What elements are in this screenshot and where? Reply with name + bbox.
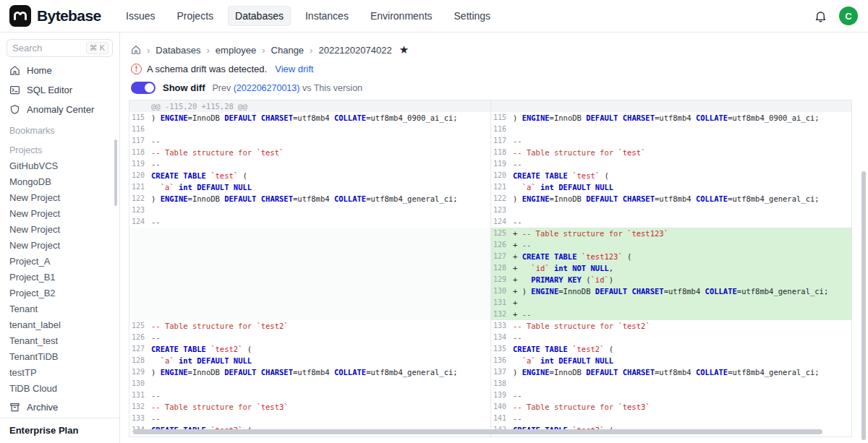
project-item[interactable]: Project_B1 <box>0 270 119 285</box>
diff-context-row: 118-- Table structure for `test` <box>129 147 490 158</box>
project-item[interactable]: TiDB Cloud <box>0 381 119 397</box>
diff-hunk-row <box>491 100 851 112</box>
breadcrumb-home-icon[interactable] <box>131 45 141 55</box>
diff-added-row: 125+ -- Table structure for `test123` <box>491 228 851 239</box>
schema-drift-alert: ! A schema drift was detected. View drif… <box>121 56 868 74</box>
avatar[interactable]: C <box>839 7 858 25</box>
error-icon: ! <box>131 64 142 74</box>
diff-context-row: 121 `a` int DEFAULT NULL <box>129 181 490 193</box>
sidebar-item-archive[interactable]: Archive <box>0 397 119 418</box>
search-box: ⌘ K <box>7 39 113 57</box>
project-item[interactable]: Project_A <box>0 254 119 270</box>
navbar-items: IssuesProjectsDatabasesInstancesEnvironm… <box>119 6 498 26</box>
prev-version-link[interactable]: (202206270013) <box>234 83 300 93</box>
project-item[interactable]: tenant_label <box>0 317 119 333</box>
brand[interactable]: Bytebase <box>0 5 111 27</box>
diff-pane-current: 115) ENGINE=InnoDB DEFAULT CHARSET=utf8m… <box>490 100 851 436</box>
diff-empty-row <box>129 309 490 320</box>
archive-icon <box>9 402 20 413</box>
project-item[interactable]: MongoDB <box>0 174 119 190</box>
diff-context-row: 119-- <box>129 158 490 170</box>
top-navbar: Bytebase IssuesProjectsDatabasesInstance… <box>0 0 868 33</box>
chevron-separator: › <box>262 45 265 56</box>
bell-icon[interactable] <box>814 9 827 23</box>
search-input[interactable] <box>12 43 83 53</box>
project-item[interactable]: GitHubVCS <box>0 158 119 174</box>
diff-context-row: 117-- <box>491 135 851 147</box>
diff-context-row: 135CREATE TABLE `test2` ( <box>491 343 851 355</box>
nav-item-projects[interactable]: Projects <box>169 6 221 26</box>
compare-suffix: vs This version <box>299 83 362 93</box>
bookmark-star-icon[interactable]: ★ <box>399 43 409 56</box>
page-scrollbar[interactable] <box>861 171 866 440</box>
sidebar-item-home[interactable]: Home <box>0 61 119 80</box>
section-label-projects: Projects <box>0 139 119 158</box>
project-item[interactable]: Tenant_test <box>0 333 119 349</box>
breadcrumb-item-employee[interactable]: employee <box>216 45 256 56</box>
diff-context-row: 125-- Table structure for `test2` <box>129 320 490 332</box>
diff-context-row: 116 <box>129 124 490 135</box>
sidebar-scrollbar[interactable] <box>114 139 117 206</box>
diff-toolbar: Show diff Prev (202206270013) vs This ve… <box>121 74 868 94</box>
diff-context-row: 130 <box>129 378 490 390</box>
nav-item-instances[interactable]: Instances <box>298 6 356 26</box>
show-diff-toggle[interactable] <box>131 82 156 94</box>
nav-item-settings[interactable]: Settings <box>447 6 498 26</box>
navbar-right: C <box>814 7 868 25</box>
breadcrumb-item-databases[interactable]: Databases <box>156 45 200 56</box>
diff-pane-previous: @@ -115,20 +115,28 @@115) ENGINE=InnoDB … <box>129 100 490 436</box>
chevron-separator: › <box>147 45 150 56</box>
sidebar-item-anomaly-center[interactable]: Anomaly Center <box>0 100 119 119</box>
diff-context-row: 115) ENGINE=InnoDB DEFAULT CHARSET=utf8m… <box>491 112 851 124</box>
breadcrumb-item-change[interactable]: Change <box>271 45 305 56</box>
diff-context-row: 131-- <box>129 390 490 401</box>
diff-context-row: 133-- <box>129 413 490 424</box>
version-compare-text: Prev (202206270013) vs This version <box>213 83 363 93</box>
show-diff-label: Show diff <box>163 82 205 93</box>
sidebar-item-sql-editor[interactable]: SQL Editor <box>0 80 119 100</box>
diff-empty-row <box>129 239 490 251</box>
project-item[interactable]: New Project <box>0 190 119 206</box>
diff-context-row: 141-- <box>491 413 851 424</box>
sidebar: ⌘ K Home SQL Editor Anomaly Center Bookm… <box>0 33 120 443</box>
diff-added-row: 130+ ) ENGINE=InnoDB DEFAULT CHARSET=utf… <box>491 285 851 297</box>
project-item[interactable]: testTP <box>0 365 119 381</box>
project-item[interactable]: Project_B2 <box>0 285 119 301</box>
project-item[interactable]: TenantTiDB <box>0 349 119 365</box>
diff-context-row: 137) ENGINE=InnoDB DEFAULT CHARSET=utf8m… <box>491 366 851 378</box>
diff-context-row: 116 <box>491 124 851 135</box>
horizontal-scrollbar[interactable] <box>133 429 822 434</box>
home-icon <box>9 65 20 76</box>
chevron-separator: › <box>207 45 210 56</box>
diff-empty-row <box>129 262 490 274</box>
diff-added-row: 126+ -- <box>491 239 851 251</box>
diff-empty-row <box>129 297 490 309</box>
project-item[interactable]: Tenant <box>0 301 119 317</box>
diff-context-row: 123 <box>491 205 851 216</box>
view-drift-link[interactable]: View drift <box>275 64 313 74</box>
sidebar-item-label: Home <box>27 65 52 76</box>
diff-context-row: 120CREATE TABLE `test` ( <box>129 170 490 181</box>
prev-prefix: Prev <box>213 83 234 93</box>
anomaly-center-icon <box>9 104 20 115</box>
diff-context-row: 127CREATE TABLE `test2` ( <box>129 343 490 355</box>
project-item[interactable]: New Project <box>0 222 119 238</box>
nav-item-issues[interactable]: Issues <box>119 6 162 26</box>
project-item[interactable]: New Project <box>0 238 119 254</box>
sql-editor-icon <box>9 85 20 95</box>
diff-added-row: 132+ -- <box>491 309 851 320</box>
diff-added-row: 131+ <box>491 297 851 309</box>
breadcrumb-item-version[interactable]: 20221202074022 <box>318 45 391 56</box>
project-item[interactable]: New Project <box>0 206 119 222</box>
diff-empty-row <box>129 228 490 239</box>
nav-item-databases[interactable]: Databases <box>228 6 291 26</box>
diff-context-row: 119-- <box>491 158 851 170</box>
project-list: GitHubVCSMongoDBNew ProjectNew ProjectNe… <box>0 158 119 397</box>
nav-item-environments[interactable]: Environments <box>363 6 440 26</box>
diff-context-row: 138 <box>491 378 851 390</box>
chevron-separator: › <box>310 45 312 56</box>
sidebar-item-label: SQL Editor <box>27 85 72 95</box>
diff-context-row: 122) ENGINE=InnoDB DEFAULT CHARSET=utf8m… <box>129 193 490 205</box>
diff-context-row: 132-- Table structure for `test3` <box>129 401 490 413</box>
diff-context-row: 126-- <box>129 332 490 343</box>
